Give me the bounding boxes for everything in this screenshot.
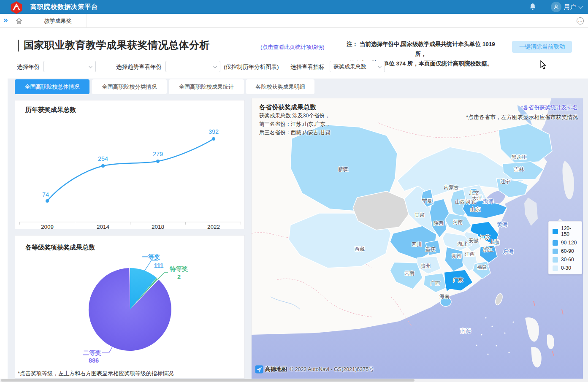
app-title: 高职院校数据决策平台 [30, 3, 98, 11]
china-map[interactable]: 渤海 黄海 东海 南海 新疆 西藏 内蒙古 黑龙江 吉林 辽宁 河北 北京 天津… [252, 98, 583, 379]
pie-chart: 一等奖 111 特等奖 2 二等奖 886 [15, 236, 245, 369]
legend-swatch [553, 229, 558, 234]
line-chart: 74 254 279 392 2009 2014 2018 2022 [15, 100, 245, 230]
svg-text:重庆: 重庆 [425, 247, 436, 252]
svg-text:江苏: 江苏 [480, 234, 490, 240]
legend-swatch [553, 249, 558, 254]
legend-row: 30-60 [553, 257, 578, 263]
svg-text:392: 392 [209, 128, 219, 135]
map-panel: 渤海 黄海 东海 南海 新疆 西藏 内蒙古 黑龙江 吉林 辽宁 河北 北京 天津… [251, 98, 583, 379]
svg-text:279: 279 [153, 151, 163, 157]
legend-label: 90-120 [561, 240, 577, 246]
amap-logo-icon [255, 365, 263, 374]
horizontal-scrollbar[interactable] [0, 379, 588, 382]
chevron-down-icon [89, 64, 93, 68]
home-icon[interactable] [15, 17, 23, 24]
map-legend: 120-150 90-120 60-90 30-60 0-30 [548, 221, 582, 274]
legend-label: 0-30 [561, 265, 571, 271]
chevron-down-icon [213, 64, 217, 68]
svg-text:新疆: 新疆 [338, 166, 348, 172]
mouse-cursor [540, 60, 547, 70]
metric-select[interactable]: 获奖成果总数 [330, 61, 385, 72]
svg-text:山东: 山东 [470, 206, 480, 212]
svg-text:河南: 河南 [453, 219, 463, 225]
svg-text:2014: 2014 [97, 224, 110, 230]
svg-text:福建: 福建 [477, 264, 487, 270]
svg-text:黄海: 黄海 [497, 221, 508, 228]
app-header: 高职院校数据决策平台 用户 [0, 0, 588, 14]
stats-explain-link[interactable]: (点击查看此页统计项说明) [260, 43, 325, 51]
svg-text:内蒙古: 内蒙古 [444, 184, 459, 190]
svg-text:海南: 海南 [439, 293, 450, 299]
clear-linkage-button[interactable]: 一键清除当前联动 [512, 41, 572, 53]
legend-swatch [553, 266, 558, 271]
svg-text:甘肃: 甘肃 [415, 212, 425, 218]
trend-filter-hint: (仅控制历年分析图表) [224, 63, 279, 71]
legend-row: 90-120 [553, 240, 578, 246]
svg-text:江西: 江西 [465, 251, 475, 257]
tab-teaching-award[interactable]: 教学成果奖 [29, 14, 87, 28]
pie-chart-title: 各等级奖项获奖成果总数 [25, 244, 95, 252]
svg-text:西藏: 西藏 [355, 246, 365, 252]
pie-slice-second-prize[interactable] [89, 268, 171, 351]
province-ranking-link[interactable]: *各省份获奖统计及排名 [521, 104, 578, 111]
svg-text:2: 2 [177, 274, 181, 280]
legend-label: 30-60 [561, 257, 574, 263]
svg-text:2018: 2018 [152, 224, 164, 230]
data-points [46, 137, 215, 203]
legend-swatch [553, 257, 558, 263]
tab-award-details[interactable]: 各院校获奖成果明细 [246, 79, 314, 94]
trend-year-select[interactable] [165, 61, 220, 72]
legend-row: 60-90 [553, 248, 578, 254]
year-filter-label: 选择年份 [17, 63, 40, 71]
collapse-sidebar-icon[interactable]: » [3, 15, 8, 24]
user-avatar[interactable] [551, 2, 561, 12]
svg-text:广西: 广西 [430, 280, 440, 286]
svg-text:254: 254 [98, 155, 108, 162]
svg-text:二等奖: 二等奖 [83, 349, 102, 356]
map-title: 各省份获奖成果总数 [259, 103, 331, 111]
svg-text:浙江: 浙江 [483, 247, 493, 252]
tab-achievement-stats[interactable]: 全国高职院校成果统计 [169, 79, 244, 94]
svg-text:特等奖: 特等奖 [169, 266, 188, 272]
page-note-line1: 注： 当前选择年份中,国家级教学成果共统计牵头单位 1019 所， [341, 39, 501, 59]
scrollbar-thumb[interactable] [1, 379, 415, 382]
tab-classification[interactable]: 全国高职院校分类情况 [92, 79, 167, 94]
map-attribution: 高德地图 © 2023 AutoNavi - GS(2021)6375号 [255, 365, 374, 374]
legend-label: 120-150 [561, 225, 578, 237]
trend-line [47, 139, 214, 201]
pie-chart-panel: 各等级奖项获奖成果总数 一 [15, 235, 245, 379]
svg-text:湖南: 湖南 [452, 253, 462, 259]
legend-swatch [553, 240, 558, 246]
svg-text:2022: 2022 [207, 224, 220, 230]
year-select[interactable] [43, 61, 96, 72]
title-accent-bar [18, 40, 19, 51]
svg-text:东海: 东海 [503, 248, 514, 255]
amap-brand: 高德地图 [265, 366, 287, 373]
pie-panel-note: *点击奖项等级，左上方和右方图表显示相应奖项等级的指标情况 [18, 370, 173, 377]
tab-national-overview[interactable]: 全国高职院校总体情况 [15, 79, 89, 94]
svg-text:74: 74 [42, 191, 49, 198]
x-axis-labels: 2009 2014 2018 2022 [41, 224, 220, 230]
left-rail [0, 28, 8, 379]
svg-text:111: 111 [154, 262, 164, 269]
legend-row: 0-30 [553, 265, 578, 271]
svg-text:安徽: 安徽 [469, 238, 479, 244]
divider [87, 14, 87, 28]
svg-text:湖北: 湖北 [457, 241, 467, 247]
chevron-down-icon [378, 64, 382, 68]
more-actions-icon[interactable]: … [577, 17, 584, 24]
dashboard: 高职院校数据决策平台 用户 » 教学成果奖 … 国家职业教育教学成果获奖情况总体… [0, 0, 588, 382]
line-chart-title: 历年获奖成果总数 [25, 106, 76, 114]
user-name[interactable]: 用户 [564, 3, 576, 11]
notification-bell-icon[interactable] [528, 3, 537, 11]
trend-filter-label: 选择趋势查看年份 [116, 63, 162, 71]
breadcrumb-tabbar: » 教学成果奖 … [0, 14, 588, 28]
map-copyright: © 2023 AutoNavi - GS(2021)6375号 [290, 366, 374, 373]
map-summary-line1: 获奖成果总数 涉及30个省份， [259, 111, 331, 120]
user-menu-chevron-icon[interactable] [578, 4, 583, 8]
svg-text:广东: 广东 [453, 277, 463, 283]
svg-text:四川: 四川 [412, 241, 422, 247]
map-click-hint: *点击各省市，左方图表显示相应省市获奖情况 [466, 114, 578, 121]
svg-text:吉林: 吉林 [514, 166, 524, 172]
